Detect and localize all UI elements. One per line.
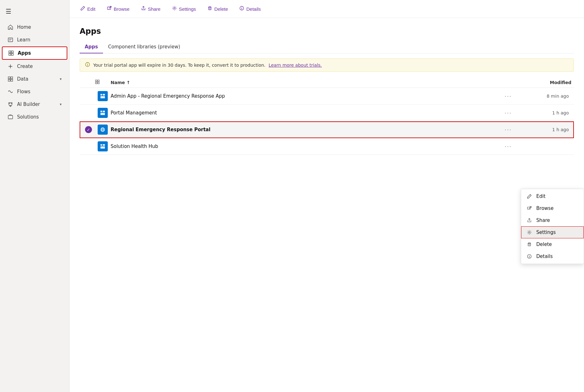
svg-rect-22 xyxy=(209,7,211,10)
sidebar-item-flows[interactable]: Flows xyxy=(2,86,67,98)
sidebar-item-data[interactable]: Data ▾ xyxy=(2,73,67,85)
apps-table: Name ↑ Modified Admin App - Regional Eme… xyxy=(80,77,574,155)
row-checkbox-selected: ✓ xyxy=(82,126,95,133)
sidebar-item-learn[interactable]: Learn xyxy=(2,34,67,46)
row-modified: 8 min ago xyxy=(521,94,571,99)
row-app-name: Portal Management xyxy=(111,110,496,116)
svg-point-30 xyxy=(87,63,88,64)
tabs-bar: Apps Component libraries (preview) xyxy=(80,41,574,53)
table-row[interactable]: Solution Health Hub ··· xyxy=(80,138,574,155)
sidebar-item-label: Apps xyxy=(18,50,31,56)
sidebar-item-label: Home xyxy=(17,24,31,30)
svg-rect-6 xyxy=(11,53,13,55)
svg-rect-17 xyxy=(8,115,13,119)
check-circle: ✓ xyxy=(85,126,92,133)
svg-point-52 xyxy=(529,232,530,233)
row-app-name: Solution Health Hub xyxy=(111,144,496,149)
row-more-options[interactable]: ··· xyxy=(496,110,521,116)
svg-rect-4 xyxy=(11,51,13,53)
row-app-name: Regional Emergency Response Portal xyxy=(111,127,496,132)
svg-rect-32 xyxy=(98,80,99,82)
row-modified: 1 h ago xyxy=(521,110,571,115)
header-name-col[interactable]: Name ↑ xyxy=(111,80,496,85)
table-row-selected[interactable]: ✓ Regional Emergency Response Portal ···… xyxy=(80,121,574,138)
svg-rect-31 xyxy=(95,80,97,82)
browse-button[interactable]: Browse xyxy=(105,4,131,13)
sidebar-item-label: Flows xyxy=(17,89,30,95)
svg-line-50 xyxy=(529,206,532,209)
app-icon-grid xyxy=(98,108,108,118)
banner-text: Your trial portal app will expire in 30 … xyxy=(93,63,265,68)
svg-rect-34 xyxy=(98,82,99,84)
row-modified: 1 h ago xyxy=(521,127,571,132)
apps-icon xyxy=(8,50,14,56)
edit-button[interactable]: Edit xyxy=(78,4,97,13)
sort-ascending-icon: ↑ xyxy=(126,80,130,85)
solutions-icon xyxy=(8,114,13,120)
edit-icon xyxy=(80,6,85,12)
settings-button[interactable]: Settings xyxy=(170,4,198,13)
row-app-icon xyxy=(95,141,111,151)
sidebar-item-create[interactable]: Create xyxy=(2,60,67,72)
svg-point-58 xyxy=(529,255,530,256)
context-menu-details[interactable]: Details xyxy=(521,250,584,262)
share-button[interactable]: Share xyxy=(139,4,162,13)
app-icon-globe xyxy=(98,125,108,135)
table-row[interactable]: Portal Management ··· 1 h ago xyxy=(80,105,574,121)
svg-rect-0 xyxy=(8,38,13,42)
browse-icon xyxy=(526,206,532,211)
context-menu-edit[interactable]: Edit xyxy=(521,190,584,202)
tab-component-libraries[interactable]: Component libraries (preview) xyxy=(103,41,185,53)
svg-rect-36 xyxy=(103,94,105,95)
delete-icon xyxy=(207,6,212,12)
toolbar: Edit Browse Share Settings Delete xyxy=(70,0,584,18)
flows-icon xyxy=(8,89,13,95)
svg-rect-53 xyxy=(528,243,531,246)
tab-apps[interactable]: Apps xyxy=(80,41,103,53)
settings-icon xyxy=(172,6,177,12)
row-app-icon xyxy=(95,91,111,101)
banner-link[interactable]: Learn more about trials. xyxy=(269,63,322,68)
sidebar-item-label: Data xyxy=(17,76,28,82)
row-more-options[interactable]: ··· xyxy=(496,93,521,100)
info-icon xyxy=(85,62,90,68)
svg-rect-33 xyxy=(95,82,97,84)
sidebar-item-label: Solutions xyxy=(17,114,39,120)
ai-builder-icon xyxy=(8,101,13,107)
svg-rect-48 xyxy=(100,146,105,149)
sidebar-item-apps[interactable]: Apps xyxy=(2,46,67,60)
sidebar-item-home[interactable]: Home xyxy=(2,21,67,33)
hamburger-menu[interactable]: ☰ xyxy=(0,4,69,21)
share-icon xyxy=(141,6,146,12)
chevron-down-icon: ▾ xyxy=(60,77,62,81)
browse-icon xyxy=(107,6,112,12)
svg-rect-35 xyxy=(100,94,102,95)
edit-icon xyxy=(526,194,532,199)
sidebar-item-ai-builder[interactable]: AI Builder ▾ xyxy=(2,98,67,110)
row-app-name: Admin App - Regional Emergency Response … xyxy=(111,93,496,99)
share-icon xyxy=(526,218,532,223)
row-app-icon xyxy=(95,125,111,135)
svg-point-27 xyxy=(242,7,242,8)
svg-rect-9 xyxy=(8,77,10,79)
app-icon-grid xyxy=(98,91,108,101)
details-icon xyxy=(526,254,532,259)
svg-rect-47 xyxy=(103,144,105,146)
learn-icon xyxy=(8,37,13,43)
sidebar-item-solutions[interactable]: Solutions xyxy=(2,111,67,123)
delete-button[interactable]: Delete xyxy=(205,4,230,13)
details-button[interactable]: Details xyxy=(237,4,263,13)
svg-rect-40 xyxy=(100,113,105,115)
context-menu-share[interactable]: Share xyxy=(521,214,584,226)
details-icon xyxy=(239,6,244,12)
context-menu-delete[interactable]: Delete xyxy=(521,238,584,250)
trial-banner: Your trial portal app will expire in 30 … xyxy=(80,58,574,72)
context-menu-settings[interactable]: Settings xyxy=(521,226,584,238)
header-icon-col xyxy=(95,79,111,86)
row-more-options[interactable]: ··· xyxy=(496,126,521,133)
table-row[interactable]: Admin App - Regional Emergency Response … xyxy=(80,88,574,105)
svg-rect-39 xyxy=(103,111,105,112)
row-more-options[interactable]: ··· xyxy=(496,143,521,150)
sidebar-item-label: AI Builder xyxy=(17,101,40,107)
context-menu-browse[interactable]: Browse xyxy=(521,202,584,214)
